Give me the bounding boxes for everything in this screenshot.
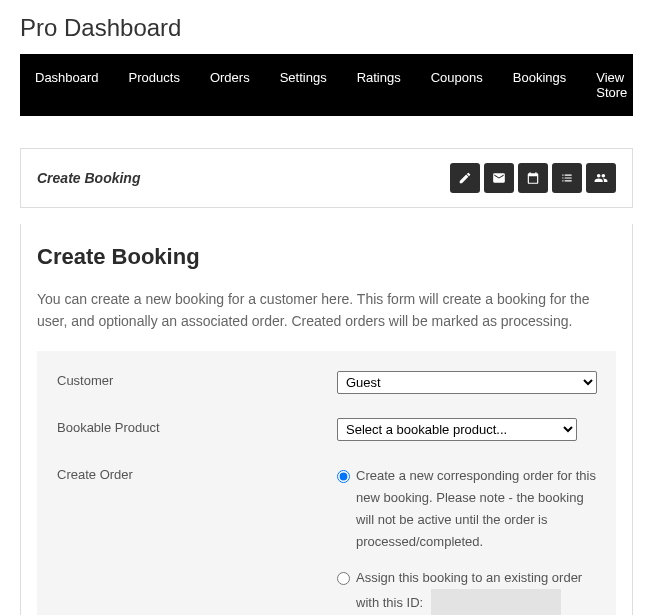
order-label: Create Order bbox=[37, 465, 337, 482]
calendar-icon-button[interactable] bbox=[518, 163, 548, 193]
content-panel: Create Booking You can create a new book… bbox=[20, 224, 633, 615]
panel-header: Create Booking bbox=[20, 148, 633, 208]
product-select[interactable]: Select a bookable product... bbox=[337, 418, 577, 441]
form-area: Customer Guest Bookable Product Select a… bbox=[37, 351, 616, 615]
nav-bookings[interactable]: Bookings bbox=[498, 54, 581, 116]
customer-select[interactable]: Guest bbox=[337, 371, 597, 394]
nav-products[interactable]: Products bbox=[114, 54, 195, 116]
customer-label: Customer bbox=[37, 371, 337, 394]
order-radio-existing[interactable] bbox=[337, 572, 350, 585]
page-title: Pro Dashboard bbox=[0, 0, 653, 54]
product-label: Bookable Product bbox=[37, 418, 337, 441]
nav-view-store[interactable]: View Store bbox=[581, 54, 642, 116]
mail-icon-button[interactable] bbox=[484, 163, 514, 193]
nav-coupons[interactable]: Coupons bbox=[416, 54, 498, 116]
mail-icon bbox=[492, 171, 506, 185]
users-icon bbox=[594, 171, 608, 185]
nav-settings[interactable]: Settings bbox=[265, 54, 342, 116]
icon-buttons bbox=[450, 163, 616, 193]
product-row: Bookable Product Select a bookable produ… bbox=[37, 406, 616, 453]
list-icon bbox=[560, 171, 574, 185]
panel-title: Create Booking bbox=[37, 170, 140, 186]
customer-row: Customer Guest bbox=[37, 351, 616, 406]
order-radio-new[interactable] bbox=[337, 470, 350, 483]
content-title: Create Booking bbox=[37, 244, 616, 270]
order-option-new-text: Create a new corresponding order for thi… bbox=[356, 465, 596, 553]
list-icon-button[interactable] bbox=[552, 163, 582, 193]
existing-order-id-input[interactable] bbox=[431, 589, 561, 615]
nav-ratings[interactable]: Ratings bbox=[342, 54, 416, 116]
edit-icon bbox=[458, 171, 472, 185]
main-nav: Dashboard Products Orders Settings Ratin… bbox=[20, 54, 633, 116]
order-row: Create Order Create a new corresponding … bbox=[37, 453, 616, 615]
edit-icon-button[interactable] bbox=[450, 163, 480, 193]
content-description: You can create a new booking for a custo… bbox=[37, 288, 616, 333]
order-option-existing[interactable]: Assign this booking to an existing order… bbox=[337, 567, 596, 615]
calendar-icon bbox=[526, 171, 540, 185]
nav-dashboard[interactable]: Dashboard bbox=[20, 54, 114, 116]
users-icon-button[interactable] bbox=[586, 163, 616, 193]
order-option-new[interactable]: Create a new corresponding order for thi… bbox=[337, 465, 596, 553]
nav-orders[interactable]: Orders bbox=[195, 54, 265, 116]
